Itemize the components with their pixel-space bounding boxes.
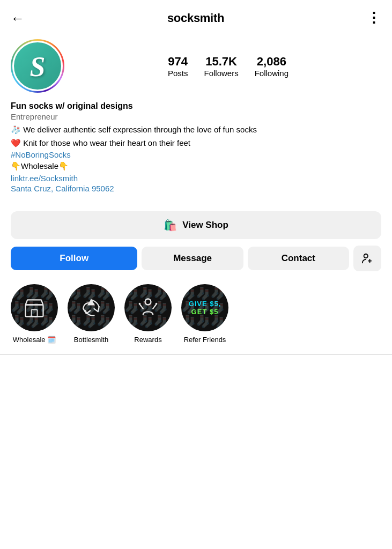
display-name: Fun socks w/ original designs <box>11 101 381 111</box>
add-friend-button[interactable] <box>353 246 381 271</box>
highlight-circle-wholesale: 🧦🧦🧦🧦🧦🧦🧦🧦🧦 <box>11 284 58 331</box>
add-friend-icon <box>361 253 373 264</box>
highlight-wholesale[interactable]: 🧦🧦🧦🧦🧦🧦🧦🧦🧦 Wholesale 🗓️ <box>11 284 58 344</box>
highlight-label-refer: Refer Friends <box>184 336 226 344</box>
highlight-circle-bottlesmith: 🧦🧦🧦🧦🧦🧦🧦🧦🧦 <box>68 284 115 331</box>
bio-hashtag[interactable]: #NoBoringSocks <box>11 150 381 159</box>
followers-count: 15.7K <box>205 55 237 69</box>
bio-link[interactable]: linktr.ee/Socksmith <box>11 174 381 183</box>
svg-point-7 <box>139 302 141 305</box>
highlight-circle-rewards: 🧦🧦🧦🧦🧦🧦🧦🧦🧦 <box>124 284 172 331</box>
message-button[interactable]: Message <box>142 247 243 270</box>
highlight-bottlesmith[interactable]: 🧦🧦🧦🧦🧦🧦🧦🧦🧦 Bottlesmith <box>68 284 115 344</box>
bio-line2: ❤️ Knit for those who wear their heart o… <box>11 137 381 150</box>
posts-label: Posts <box>168 69 188 78</box>
header: ← socksmith ⋮ <box>0 0 392 34</box>
posts-count: 974 <box>168 55 188 69</box>
followers-label: Followers <box>204 69 238 78</box>
view-shop-label: View Shop <box>182 220 228 231</box>
avatar-story-ring[interactable]: S <box>11 39 64 93</box>
bio-section: Fun socks w/ original designs Entreprene… <box>11 101 381 193</box>
avatar: S <box>12 41 63 91</box>
shop-icon: 🛍️ <box>164 219 177 232</box>
bio-location: Santa Cruz, California 95062 <box>11 184 381 193</box>
action-buttons-row: Follow Message Contact <box>0 246 392 271</box>
bio-wholesale: 👇Wholesale👇 <box>11 160 381 173</box>
stat-posts[interactable]: 974 Posts <box>168 55 188 78</box>
follow-button[interactable]: Follow <box>11 247 137 270</box>
highlight-label-rewards: Rewards <box>134 336 161 344</box>
view-shop-button[interactable]: 🛍️ View Shop <box>11 211 381 239</box>
more-options-button[interactable]: ⋮ <box>367 10 381 26</box>
svg-point-0 <box>364 254 368 257</box>
highlight-circle-refer: 🧦🧦🧦🧦🧦🧦🧦🧦🧦 GIVE $5, GET $5 <box>181 284 228 331</box>
contact-button[interactable]: Contact <box>248 247 349 270</box>
highlight-label-bottlesmith: Bottlesmith <box>74 336 108 344</box>
stat-following[interactable]: 2,086 Following <box>255 55 289 78</box>
bio-line1: 🧦 We deliver authentic self expression t… <box>11 124 381 136</box>
stats-row: 974 Posts 15.7K Followers 2,086 Followin… <box>75 55 381 78</box>
stat-followers[interactable]: 15.7K Followers <box>204 55 238 78</box>
svg-point-6 <box>145 299 151 305</box>
highlight-label-wholesale: Wholesale 🗓️ <box>13 336 56 344</box>
avatar-letter: S <box>30 53 46 81</box>
highlight-refer-friends[interactable]: 🧦🧦🧦🧦🧦🧦🧦🧦🧦 GIVE $5, GET $5 Refer Friends <box>181 284 228 344</box>
section-divider <box>0 354 392 355</box>
svg-rect-4 <box>32 309 38 316</box>
bio-category: Entrepreneur <box>11 112 381 121</box>
profile-username: socksmith <box>167 11 224 25</box>
back-button[interactable]: ← <box>11 11 25 25</box>
profile-top: S 974 Posts 15.7K Followers 2,086 Follow… <box>11 39 381 93</box>
highlights-section: 🧦🧦🧦🧦🧦🧦🧦🧦🧦 Wholesale 🗓️ 🧦🧦🧦🧦🧦🧦🧦🧦🧦 <box>0 282 392 354</box>
profile-section: S 974 Posts 15.7K Followers 2,086 Follow… <box>0 34 392 204</box>
following-label: Following <box>255 69 289 78</box>
store-icon <box>23 296 46 320</box>
highlight-rewards[interactable]: 🧦🧦🧦🧦🧦🧦🧦🧦🧦 Rewards <box>124 284 172 344</box>
recycle-icon <box>79 296 103 320</box>
following-count: 2,086 <box>257 55 286 69</box>
rewards-person-icon <box>136 296 160 320</box>
svg-rect-3 <box>26 305 43 316</box>
pattern-bg: 🧦🧦🧦🧦🧦🧦🧦🧦🧦 <box>181 284 228 331</box>
svg-point-8 <box>156 302 158 305</box>
